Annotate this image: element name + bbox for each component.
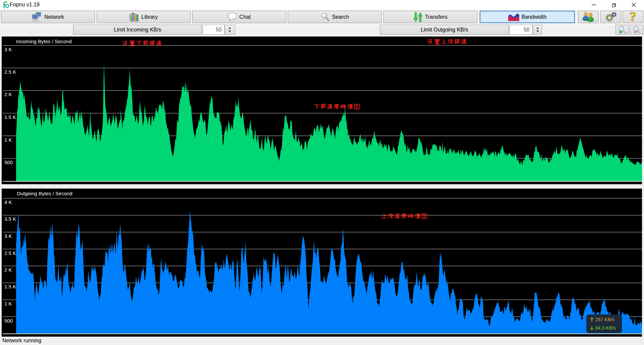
svg-text:?: ? — [630, 11, 636, 23]
